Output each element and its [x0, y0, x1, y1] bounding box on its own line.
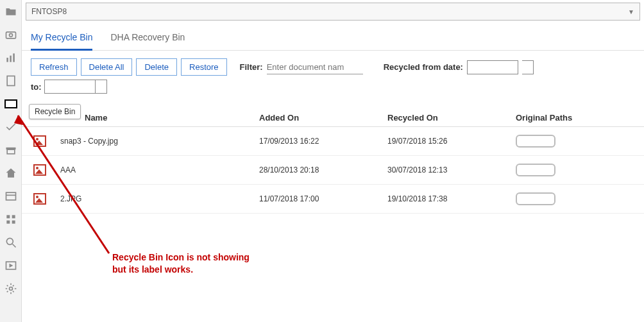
sidebar-check-icon[interactable] [0, 115, 22, 139]
svg-rect-2 [6, 58, 8, 62]
to-label: to: [31, 82, 42, 92]
col-name-header[interactable]: Name [54, 113, 259, 123]
svg-rect-10 [6, 215, 10, 218]
image-file-icon [33, 135, 46, 147]
image-file-icon [33, 164, 46, 176]
sidebar-home-icon[interactable] [0, 162, 22, 185]
col-added-header[interactable]: Added On [259, 113, 387, 123]
image-file-icon [33, 193, 46, 205]
refresh-button[interactable]: Refresh [31, 58, 77, 76]
table-row[interactable]: snap3 - Copy.jpg 17/09/2013 16:22 19/07/… [22, 127, 644, 156]
tabs: My Recycle Bin DHA Recovery Bin [31, 32, 644, 51]
path-dropdown[interactable]: FNTOSP8 ▼ [26, 3, 640, 21]
recycle-table: Name Added On Recycled On Original Paths… [22, 109, 644, 214]
sidebar-gear-icon[interactable] [0, 277, 22, 300]
cell-added: 28/10/2013 20:18 [259, 165, 387, 174]
sidebar-search-icon[interactable] [0, 231, 22, 254]
sidebar-camera-icon[interactable] [0, 23, 22, 46]
original-path-box [516, 135, 555, 148]
recycled-from-input[interactable] [467, 60, 518, 74]
svg-rect-4 [13, 53, 15, 62]
tab-dha-recovery-bin[interactable]: DHA Recovery Bin [110, 32, 185, 51]
sidebar-list-icon[interactable] [0, 185, 22, 208]
svg-rect-8 [6, 192, 16, 200]
missing-icon-placeholder [4, 99, 17, 108]
svg-rect-3 [10, 56, 11, 62]
sidebar-archive-icon[interactable] [0, 139, 22, 162]
col-original-header[interactable]: Original Paths [516, 113, 593, 123]
sidebar-next-icon[interactable] [0, 254, 22, 277]
recycled-from-label: Recycled from date: [384, 62, 463, 72]
cell-added: 11/07/2018 17:00 [259, 194, 387, 203]
recycle-bin-tooltip: Recycle Bin [29, 104, 81, 119]
restore-button[interactable]: Restore [181, 58, 227, 76]
cell-name: 2.JPG [54, 194, 259, 203]
chevron-down-icon: ▼ [628, 8, 634, 15]
svg-rect-13 [12, 221, 15, 224]
svg-point-14 [6, 238, 13, 244]
annotation-text: Recycle Bin Icon is not showing but its … [112, 251, 250, 276]
table-header: Name Added On Recycled On Original Paths [22, 109, 644, 127]
cell-recycled: 30/07/2018 12:13 [387, 165, 516, 174]
svg-point-1 [10, 33, 13, 37]
table-row[interactable]: 2.JPG 11/07/2018 17:00 19/10/2018 17:38 [22, 185, 644, 214]
cell-recycled: 19/10/2018 17:38 [387, 194, 516, 203]
delete-button[interactable]: Delete [136, 58, 177, 76]
cell-name: AAA [54, 165, 259, 174]
svg-rect-11 [12, 215, 15, 218]
cell-name: snap3 - Copy.jpg [54, 137, 259, 146]
original-path-box [516, 164, 555, 176]
recycled-to-picker-button[interactable] [96, 80, 107, 94]
sidebar-grid-icon[interactable] [0, 208, 22, 231]
sidebar-folder-icon[interactable] [0, 0, 22, 23]
recycled-to-input[interactable] [44, 80, 96, 94]
filter-input[interactable] [267, 60, 363, 74]
svg-line-15 [13, 244, 16, 248]
sidebar-chart-icon[interactable] [0, 46, 22, 69]
delete-all-button[interactable]: Delete All [81, 58, 133, 76]
col-recycled-header[interactable]: Recycled On [387, 113, 516, 123]
svg-point-17 [10, 287, 13, 291]
sidebar-document-icon[interactable] [0, 69, 22, 92]
cell-recycled: 19/07/2018 15:26 [387, 137, 516, 146]
path-text: FNTOSP8 [31, 7, 67, 16]
recycled-from-picker-button[interactable] [522, 60, 534, 74]
svg-rect-5 [7, 76, 15, 86]
original-path-box [516, 192, 555, 205]
table-row[interactable]: AAA 28/10/2013 20:18 30/07/2018 12:13 [22, 156, 644, 185]
filter-label: Filter: [240, 62, 263, 72]
cell-added: 17/09/2013 16:22 [259, 137, 387, 146]
toolbar: Refresh Delete All Delete Restore Filter… [31, 58, 644, 76]
tab-my-recycle-bin[interactable]: My Recycle Bin [31, 32, 92, 51]
svg-rect-7 [7, 149, 15, 154]
sidebar-recycle-bin-icon[interactable] [0, 92, 22, 115]
svg-rect-0 [6, 32, 16, 38]
sidebar [0, 0, 22, 322]
toolbar-row-2: to: [31, 80, 644, 94]
svg-rect-12 [6, 221, 10, 224]
